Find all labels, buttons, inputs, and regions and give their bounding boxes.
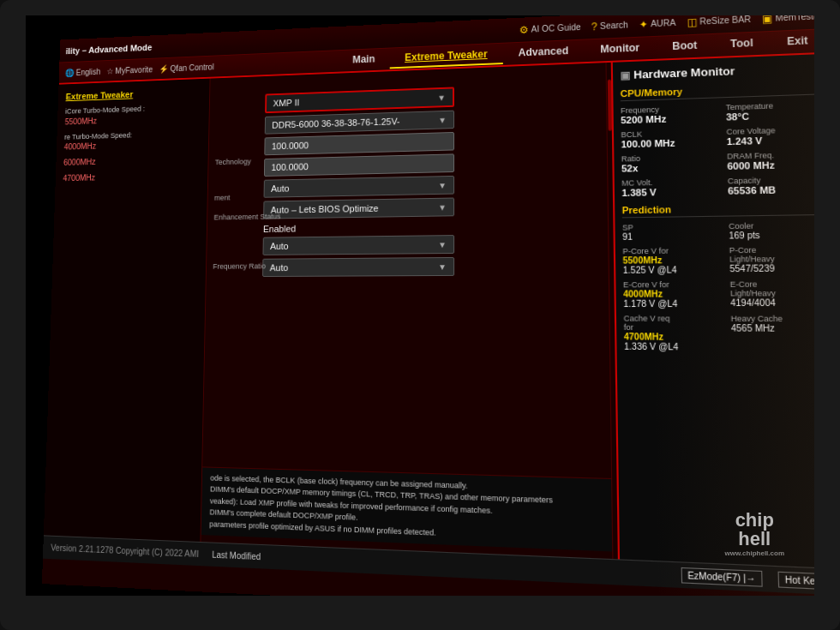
hw-ratio: Ratio 52x xyxy=(621,153,720,174)
auto-dropdown-3[interactable]: Auto ▼ xyxy=(262,257,454,277)
hw-core-voltage: Core Voltage 1.243 V xyxy=(726,124,814,147)
pred-cooler: Cooler 169 pts xyxy=(729,220,814,240)
main-layout: Extreme Tweaker iCore Turbo-Mode Speed :… xyxy=(44,53,814,568)
hw-prediction-grid: SP 91 Cooler 169 pts P-Core V for 5500MH… xyxy=(622,220,814,353)
hot-keys-button[interactable]: Hot Keys ? xyxy=(778,572,814,591)
hw-bclk: BCLK 100.00 MHz xyxy=(621,128,719,149)
bclk-field-2[interactable]: 100.0000 xyxy=(264,153,454,177)
profile-dropdown[interactable]: DDR5-6000 36-38-38-76-1.25V- ▼ xyxy=(265,111,454,135)
pred-sp: SP 91 xyxy=(622,222,722,242)
pred-pcore-lh: P-CoreLight/Heavy 5547/5239 xyxy=(729,245,814,275)
bclk-field-1[interactable]: 100.0000 xyxy=(264,132,454,155)
profile-dropdown-arrow: ▼ xyxy=(438,115,447,124)
row-enhancement: ment xyxy=(214,193,281,202)
tab-tool[interactable]: Tool xyxy=(713,33,770,56)
tab-exit[interactable]: Exit xyxy=(770,30,814,53)
chiphell-watermark: chip hell www.chiphell.com xyxy=(725,511,785,557)
last-modified-label: Last Modified xyxy=(212,550,261,562)
menu-bar-left: 🌐 English ☆ MyFavorite ⚡ Qfan Control xyxy=(65,62,214,76)
language-selector[interactable]: 🌐 English xyxy=(65,67,101,77)
pred-pcore-v: P-Core V for 5500MHz 1.525 V @L4 xyxy=(622,246,722,275)
xmp-dropdown[interactable]: XMP II ▼ xyxy=(265,87,454,113)
hw-frequency: Frequency 5200 MHz xyxy=(621,103,719,125)
pred-ecore-lh: E-CoreLight/Heavy 4194/4004 xyxy=(730,279,814,309)
hardware-monitor-panel: ▣ Hardware Monitor CPU/Memory Frequency … xyxy=(611,53,814,568)
hw-temperature: Temperature 38°C xyxy=(726,99,814,122)
hw-title-icon: ▣ xyxy=(620,69,630,81)
description-box: ode is selected, the BCLK (base clock) f… xyxy=(201,466,613,552)
version-label: Version 2.21.1278 Copyright (C) 2022 AMI xyxy=(51,543,199,559)
row-technology: Technology xyxy=(215,157,282,166)
side-labels: Technology ment Enhancement Status Frequ… xyxy=(213,157,281,274)
hw-capacity: Capacity 65536 MB xyxy=(728,175,814,196)
pred-cache-v: Cache V reqfor 4700MHz 1.336 V @L4 xyxy=(624,314,724,352)
hw-dram-freq: DRAM Freq. 6000 MHz xyxy=(727,149,814,171)
tab-main[interactable]: Main xyxy=(338,49,390,70)
auto-dropdown-2[interactable]: Auto ▼ xyxy=(262,235,454,255)
tab-boot[interactable]: Boot xyxy=(656,35,714,58)
hw-mc-volt: MC Volt. 1.385 V xyxy=(621,177,720,198)
monitor-screen: ility – Advanced Mode ⚙ AI OC Guide ? Se… xyxy=(26,15,814,596)
enabled-label: Enabled xyxy=(263,219,599,234)
optimize-dropdown[interactable]: Auto – Lets BIOS Optimize ▼ xyxy=(263,198,454,219)
monitor-bezel: ility – Advanced Mode ⚙ AI OC Guide ? Se… xyxy=(0,0,840,630)
bios-title: ility – Advanced Mode xyxy=(66,42,153,55)
row-freq-ratio: Frequency Ratio xyxy=(213,261,279,270)
bios-ui: ility – Advanced Mode ⚙ AI OC Guide ? Se… xyxy=(42,15,814,596)
auto1-arrow: ▼ xyxy=(438,180,447,189)
sidebar: Extreme Tweaker iCore Turbo-Mode Speed :… xyxy=(44,79,211,542)
search-icon[interactable]: ? Search xyxy=(591,19,628,33)
resize-bar-icon[interactable]: ◫ ReSize BAR xyxy=(687,15,751,28)
tab-extreme-tweaker[interactable]: Extreme Tweaker xyxy=(390,45,503,69)
row-enhancement-status: Enhancement Status xyxy=(213,213,280,222)
xmp-dropdown-arrow: ▼ xyxy=(437,93,446,102)
hw-prediction-title: Prediction xyxy=(622,201,814,218)
auto-dropdown-1[interactable]: Auto ▼ xyxy=(264,176,455,198)
hw-monitor-title: ▣ Hardware Monitor xyxy=(620,61,814,81)
qfan-control-btn[interactable]: ⚡ Qfan Control xyxy=(159,62,214,73)
sidebar-item-freq2: 4700MHz xyxy=(56,167,208,187)
ai-oc-icon[interactable]: ⚙ AI OC Guide xyxy=(519,21,581,36)
aura-icon[interactable]: ✦ AURA xyxy=(639,16,675,30)
center-content: Technology ment Enhancement Status Frequ… xyxy=(201,63,612,559)
tab-monitor[interactable]: Monitor xyxy=(585,38,657,61)
center-dropdowns: XMP II ▼ DDR5-6000 36-38-38-76-1.25V- ▼ … xyxy=(262,69,599,277)
my-favorite-btn[interactable]: ☆ MyFavorite xyxy=(106,65,153,75)
auto3-arrow: ▼ xyxy=(438,261,447,271)
memtest-icon[interactable]: ▣ MemTest86 xyxy=(762,15,814,25)
hw-cpu-memory-grid: Frequency 5200 MHz Temperature 38°C BCLK… xyxy=(621,99,814,198)
hw-cpu-memory-title: CPU/Memory xyxy=(621,81,814,102)
tab-advanced[interactable]: Advanced xyxy=(503,41,585,64)
optimize-arrow: ▼ xyxy=(438,202,447,212)
sidebar-item-turbo-ecore: re Turbo-Mode Speed: 4000MHz xyxy=(57,125,209,155)
pred-heavy-cache: Heavy Cache 4565 MHz xyxy=(731,315,814,353)
auto2-arrow: ▼ xyxy=(438,240,447,249)
ez-mode-button[interactable]: EzMode(F7) |→ xyxy=(681,567,763,587)
pred-ecore-v: E-Core V for 4000MHz 1.178 V @L4 xyxy=(623,280,723,309)
